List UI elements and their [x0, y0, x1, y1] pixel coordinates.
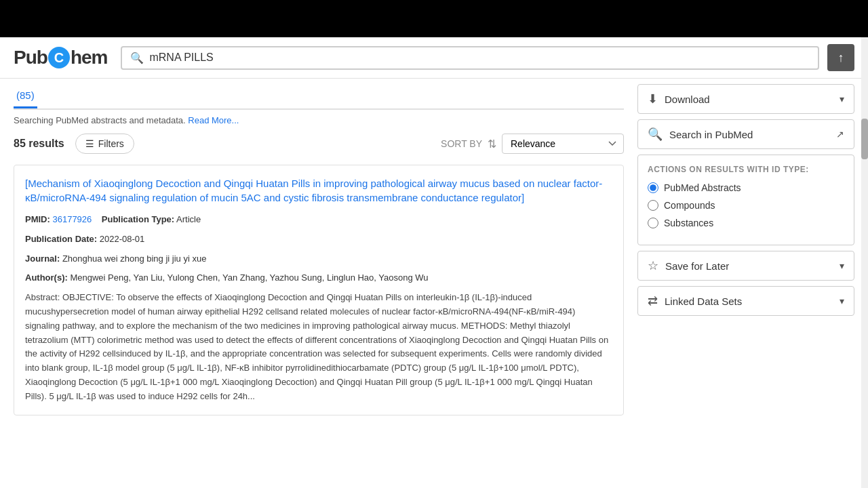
top-bar [0, 0, 868, 37]
search-pubmed-label: Search in PubMed [669, 129, 753, 140]
journal-label: Journal: [25, 253, 60, 264]
filter-icon: ☰ [85, 138, 94, 149]
search-info: Searching PubMed abstracts and metadata.… [14, 115, 624, 125]
search-icon: 🔍 [130, 52, 144, 64]
download-icon: ⬇ [648, 92, 658, 106]
right-sidebar: ⬇ Download ▾ 🔍 Search in PubMed ↗ ACTION… [637, 79, 854, 488]
article-journal-row: Journal: Zhonghua wei zhong bing ji jiu … [25, 252, 612, 266]
sort-section: SORT BY ⇅ Relevance Date (newest first) … [441, 134, 624, 154]
sort-select[interactable]: Relevance Date (newest first) Date (olde… [502, 134, 624, 154]
logo-text-pub: Pub [14, 47, 47, 68]
radio-substances-input[interactable] [648, 218, 658, 228]
download-label: Download [665, 94, 710, 105]
scroll-top-button[interactable]: ↑ [827, 44, 854, 71]
radio-substances[interactable]: Substances [648, 218, 844, 228]
scrollbar-thumb[interactable] [861, 119, 868, 159]
search-bar[interactable]: 🔍 [121, 46, 819, 70]
id-type-section: ACTIONS ON RESULTS WITH ID TYPE: PubMed … [637, 155, 854, 245]
id-type-title: ACTIONS ON RESULTS WITH ID TYPE: [648, 165, 844, 174]
journal-value: Zhonghua wei zhong bing ji jiu yi xue [62, 253, 206, 264]
search-info-text: Searching PubMed abstracts and metadata. [14, 115, 186, 125]
content-area: (85) Searching PubMed abstracts and meta… [0, 79, 868, 488]
radio-pubmed-abstracts[interactable]: PubMed Abstracts [648, 182, 844, 193]
save-btn-left: ☆ Save for Later [648, 258, 729, 273]
pub-type-label: Publication Type: [102, 214, 174, 224]
radio-pubmed-abstracts-label: PubMed Abstracts [664, 182, 741, 193]
article-pmid-row: PMID: 36177926 Publication Type: Article [25, 213, 612, 227]
star-icon: ☆ [648, 258, 658, 273]
download-chevron-icon: ▾ [840, 94, 844, 104]
authors-label: Author(s): [25, 272, 68, 283]
linked-chevron-icon: ▾ [840, 296, 844, 306]
main-column: (85) Searching PubMed abstracts and meta… [14, 79, 637, 488]
download-btn-left: ⬇ Download [648, 92, 710, 106]
save-label: Save for Later [665, 260, 729, 272]
radio-substances-label: Substances [664, 218, 713, 228]
results-header: 85 results ☰ Filters SORT BY ⇅ Relevance… [14, 134, 624, 154]
sort-label: SORT BY [441, 138, 482, 149]
pubmed-search-icon: 🔍 [648, 127, 663, 142]
abstract-label: Abstract: [25, 292, 60, 302]
linked-icon: ⇄ [648, 293, 658, 308]
header: Pub C hem 🔍 ↑ [0, 37, 868, 79]
radio-compounds[interactable]: Compounds [648, 200, 844, 211]
sort-icon: ⇅ [488, 138, 496, 150]
pub-date-value: 2022-08-01 [100, 234, 145, 244]
logo-circle: C [48, 47, 70, 68]
scrollbar[interactable] [861, 37, 868, 488]
tab-active[interactable]: (85) [14, 84, 37, 108]
tab-bar: (85) [14, 84, 624, 110]
article-date-row: Publication Date: 2022-08-01 [25, 232, 612, 247]
search-input[interactable] [149, 52, 810, 64]
search-pubmed-button[interactable]: 🔍 Search in PubMed ↗ [637, 119, 854, 149]
results-count: 85 results [14, 138, 64, 150]
article-title[interactable]: [Mechanism of Xiaoqinglong Decoction and… [25, 176, 612, 205]
linked-datasets-button[interactable]: ⇄ Linked Data Sets ▾ [637, 286, 854, 316]
pmid-label: PMID: [25, 214, 50, 224]
download-button[interactable]: ⬇ Download ▾ [637, 84, 854, 114]
article-authors-row: Author(s): Mengwei Peng, Yan Liu, Yulong… [25, 271, 612, 285]
radio-compounds-input[interactable] [648, 200, 658, 211]
filters-button[interactable]: ☰ Filters [75, 134, 134, 154]
abstract-text: OBJECTIVE: To observe the effects of Xia… [25, 292, 608, 401]
pmid-link[interactable]: 36177926 [52, 214, 92, 224]
linked-label: Linked Data Sets [665, 296, 742, 307]
article-card: [Mechanism of Xiaoqinglong Decoction and… [14, 165, 624, 415]
radio-pubmed-abstracts-input[interactable] [648, 182, 658, 193]
linked-btn-left: ⇄ Linked Data Sets [648, 293, 742, 308]
pub-type-value: Article [176, 214, 201, 224]
save-chevron-icon: ▾ [840, 260, 844, 271]
authors-value: Mengwei Peng, Yan Liu, Yulong Chen, Yan … [70, 272, 428, 283]
read-more-link[interactable]: Read More... [188, 115, 239, 125]
external-link-icon: ↗ [836, 129, 844, 140]
filters-label: Filters [98, 138, 124, 149]
article-abstract: Abstract: OBJECTIVE: To observe the effe… [25, 291, 612, 403]
pub-date-label: Publication Date: [25, 234, 97, 244]
logo[interactable]: Pub C hem [14, 47, 107, 68]
radio-compounds-label: Compounds [664, 200, 715, 211]
save-for-later-button[interactable]: ☆ Save for Later ▾ [637, 251, 854, 281]
logo-text-hem: hem [71, 47, 108, 68]
search-pubmed-btn-left: 🔍 Search in PubMed [648, 127, 753, 142]
